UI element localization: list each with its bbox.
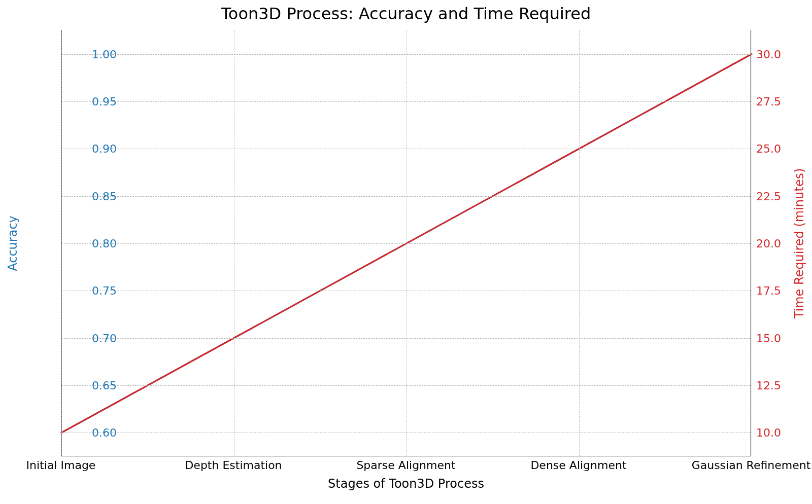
y-right-tick-label: 17.5 [756,284,807,297]
x-axis-label: Stages of Toon3D Process [0,477,812,491]
plot-area [61,30,751,456]
y-left-tick-label: 0.80 [66,237,117,250]
gridline-horizontal [61,149,751,149]
x-tick-label: Dense Alignment [497,459,660,472]
gridline-vertical [752,30,752,456]
gridline-horizontal [61,433,751,433]
y-left-tick-label: 0.65 [66,379,117,392]
gridline-vertical [407,30,407,456]
y-right-tick-label: 20.0 [756,237,807,250]
gridline-horizontal [61,54,751,55]
gridline-horizontal [61,101,751,102]
x-tick-label: Gaussian Refinement [670,459,812,472]
gridline-vertical [579,30,580,456]
gridline-horizontal [61,243,751,244]
x-tick-label: Initial Image [0,459,142,472]
y-left-tick-label: 0.90 [66,142,117,155]
y-axis-left-label: Accuracy [6,215,20,271]
y-right-tick-label: 10.0 [756,426,807,439]
y-right-tick-label: 27.5 [756,95,807,108]
gridline-vertical [234,30,234,456]
chart-container: Toon3D Process: Accuracy and Time Requir… [0,0,812,504]
x-tick-label: Sparse Alignment [325,459,487,472]
x-tick-label: Depth Estimation [152,459,315,472]
y-right-tick-label: 15.0 [756,332,807,344]
chart-title: Toon3D Process: Accuracy and Time Requir… [0,4,812,23]
y-left-tick-label: 1.00 [66,48,117,60]
y-left-tick-label: 0.70 [66,332,117,344]
y-right-tick-label: 22.5 [756,190,807,202]
y-left-tick-label: 0.75 [66,284,117,297]
gridline-vertical [61,30,62,456]
y-right-tick-label: 12.5 [756,379,807,392]
gridline-horizontal [61,196,751,197]
y-left-tick-label: 0.60 [66,426,117,439]
y-right-tick-label: 25.0 [756,142,807,155]
y-left-tick-label: 0.85 [66,190,117,202]
y-right-tick-label: 30.0 [756,48,807,60]
gridline-horizontal [61,385,751,386]
gridline-horizontal [61,338,751,339]
gridline-horizontal [61,291,751,291]
y-left-tick-label: 0.95 [66,95,117,108]
